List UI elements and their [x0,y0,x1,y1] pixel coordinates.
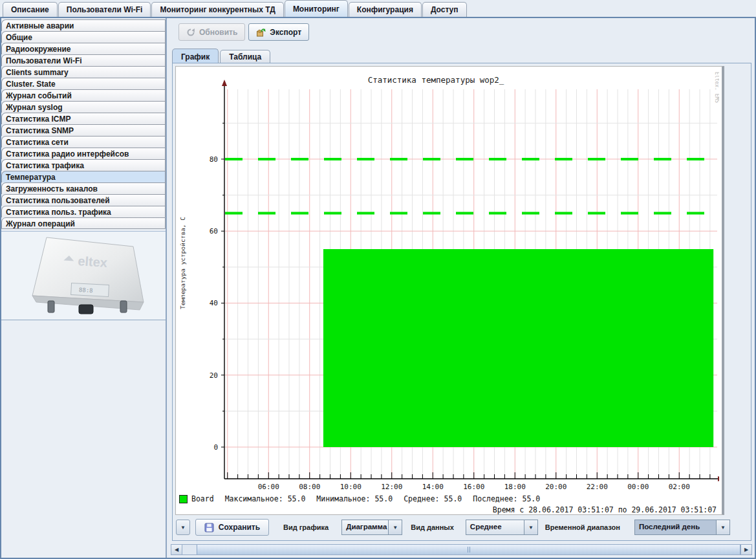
svg-text:12:00: 12:00 [381,483,402,491]
svg-text:80: 80 [210,155,218,164]
svg-text:08:00: 08:00 [299,483,320,491]
device-photo: eltex 88:8 [6,234,160,318]
stat-label: Минимальное: [316,494,370,503]
save-options-dropdown-button[interactable]: ▼ [176,520,190,535]
svg-text:00:00: 00:00 [627,483,649,491]
view-tab-1[interactable]: Таблица [220,50,270,63]
sidebar-item-11[interactable]: Статистика радио интерфейсов [1,148,166,159]
sidebar-list: Активные аварииОбщиеРадиоокружениеПользо… [1,19,166,229]
svg-text:Eltex. EMS: Eltex. EMS [714,72,719,103]
sidebar-item-1[interactable]: Общие [1,31,166,43]
svg-text:10:00: 10:00 [340,483,362,491]
export-icon [256,27,266,37]
save-label: Сохранить [219,523,260,532]
top-tab-3[interactable]: Мониторинг [285,0,348,17]
refresh-button[interactable]: Обновить [178,23,245,41]
chevron-down-icon[interactable]: ▼ [716,520,730,535]
sidebar-item-10[interactable]: Статистика сети [1,136,166,148]
stat-value: 55.0 [444,494,462,503]
chart-view-label: Вид графика [283,523,329,531]
main-panel: Обновить Экспорт ГрафикТаблица 020406080… [168,18,755,558]
scrollbar-thumb[interactable] [197,545,740,554]
sidebar-item-6[interactable]: Журнал событий [1,89,166,101]
floppy-icon [204,523,214,532]
stat-label: Среднее: [404,494,439,503]
sidebar-item-14[interactable]: Загруженность каналов [1,182,166,194]
scroll-right-button[interactable]: ▶ [740,545,751,554]
time-range-label: Временной диапазон [545,523,620,531]
time-range-caption: Время с 28.06.2017 03:51:07 по 29.06.201… [176,505,722,514]
svg-text:Статистика температуры wop2_: Статистика температуры wop2_ [368,75,504,85]
sidebar-item-0[interactable]: Активные аварии [1,19,166,31]
refresh-label: Обновить [199,28,237,37]
sidebar-item-7[interactable]: Журнал syslog [1,101,166,113]
save-button[interactable]: Сохранить [195,519,269,536]
top-tab-5[interactable]: Доступ [422,2,467,17]
svg-text:18:00: 18:00 [504,483,526,491]
view-tab-0[interactable]: График [172,49,219,63]
legend-stat-max: Максимальное: 55.0 [225,494,306,503]
sidebar-item-13[interactable]: Температура [1,171,166,182]
stat-value: 55.0 [522,494,540,503]
sidebar-item-2[interactable]: Радиоокружение [1,43,166,54]
top-tab-0[interactable]: Описание [3,2,58,17]
temperature-chart: 02040608006:0008:0010:0012:0014:0016:001… [176,67,719,494]
legend-stat-last: Последнее: 55.0 [473,494,540,503]
data-view-combo[interactable]: Среднее ▼ [466,520,538,535]
app-frame: Активные аварииОбщиеРадиоокружениеПользо… [0,17,756,559]
sidebar-item-8[interactable]: Статистика ICMP [1,113,166,124]
svg-text:02:00: 02:00 [669,483,690,491]
top-tab-1[interactable]: Пользователи Wi-Fi [58,2,151,17]
svg-text:88:8: 88:8 [79,287,93,294]
sidebar: Активные аварииОбщиеРадиоокружениеПользо… [1,18,167,558]
sidebar-item-17[interactable]: Журнал операций [1,217,166,229]
legend-swatch [179,495,188,503]
horizontal-scrollbar[interactable]: ◀ ▶ [171,544,752,555]
svg-text:06:00: 06:00 [258,483,279,491]
top-tab-bar: ОписаниеПользователи Wi-FiМониторинг кон… [0,0,756,17]
scrollbar-grip [468,547,470,553]
top-tab-4[interactable]: Конфигурация [349,2,422,17]
legend-series-label: Board [191,494,214,503]
sidebar-item-9[interactable]: Статистика SNMP [1,124,166,136]
chevron-down-icon[interactable]: ▼ [388,520,402,535]
sidebar-item-4[interactable]: Clients summary [1,66,166,78]
stat-value: 55.0 [288,494,306,503]
sidebar-item-5[interactable]: Cluster. State [1,78,166,89]
svg-text:20:00: 20:00 [545,483,567,491]
stat-label: Последнее: [473,494,517,503]
scrollbar-track[interactable] [182,545,197,554]
svg-text:20: 20 [210,371,218,380]
svg-text:40: 40 [210,299,218,307]
svg-text:60: 60 [210,227,218,236]
sidebar-item-15[interactable]: Статистика пользователей [1,194,166,206]
svg-text:16:00: 16:00 [463,483,484,491]
export-button[interactable]: Экспорт [248,23,309,41]
svg-text:14:00: 14:00 [422,483,444,491]
scroll-left-button[interactable]: ◀ [171,545,182,554]
legend-stat-avg: Среднее: 55.0 [404,494,462,503]
sidebar-item-16[interactable]: Статистика польз. трафика [1,206,166,217]
svg-text:Температура устройства, C: Температура устройства, C [179,217,186,309]
chart-card: 02040608006:0008:0010:0012:0014:0016:001… [175,66,724,515]
chevron-down-icon[interactable]: ▼ [524,520,538,535]
device-brand-text: eltex [78,254,108,270]
bottom-controls: ▼ Сохранить Вид графика Диаграмма ▼ Вид … [176,518,730,536]
data-view-label: Вид данных [411,523,454,531]
legend-stat-min: Минимальное: 55.0 [316,494,393,503]
chart-view-combo[interactable]: Диаграмма ▼ [341,520,402,535]
stat-label: Максимальное: [225,494,283,503]
svg-text:0: 0 [213,443,218,452]
sidebar-item-3[interactable]: Пользователи Wi-Fi [1,54,166,66]
stat-value: 55.0 [374,494,393,503]
sidebar-item-12[interactable]: Статистика трафика [1,159,166,171]
device-photo-box: eltex 88:8 [1,231,166,320]
time-range-combo[interactable]: Последний день ▼ [634,520,730,535]
data-view-value: Среднее [466,520,524,535]
legend-series: Board [179,494,214,503]
time-range-value: Последний день [634,520,716,535]
chart-view-value: Диаграмма [341,520,388,535]
top-tab-2[interactable]: Мониторинг конкурентных ТД [151,2,283,17]
svg-text:22:00: 22:00 [587,483,608,491]
chart-legend: Board Максимальное: 55.0 Минимальное: 55… [176,494,722,503]
